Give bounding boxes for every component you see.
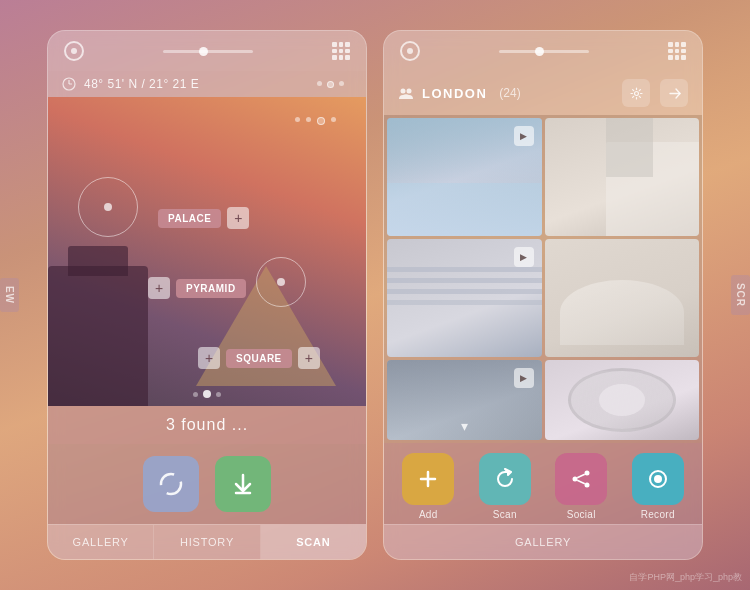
building-silhouette bbox=[48, 266, 148, 406]
scan-label: Scan bbox=[493, 509, 517, 520]
right-nav-gallery[interactable]: GALLERY bbox=[384, 525, 702, 559]
grid-icon[interactable] bbox=[332, 42, 350, 60]
brightness-slider[interactable] bbox=[163, 50, 253, 53]
right-slider-thumb bbox=[535, 47, 544, 56]
page-dot-2[interactable] bbox=[203, 390, 211, 398]
right-target-icon[interactable] bbox=[400, 41, 420, 61]
grid-dot bbox=[332, 55, 337, 60]
share-icon bbox=[668, 87, 681, 100]
download-button[interactable] bbox=[215, 456, 271, 512]
social-button[interactable] bbox=[555, 453, 607, 505]
svg-point-7 bbox=[634, 91, 638, 95]
left-bottom-nav: GALLERY HISTORY SCAN bbox=[48, 524, 366, 559]
tag-palace[interactable]: PALACE bbox=[158, 209, 221, 228]
grid-dot bbox=[332, 42, 337, 47]
grid-dot bbox=[339, 49, 344, 54]
settings-button[interactable] bbox=[622, 79, 650, 107]
tag-square-add-left[interactable]: + bbox=[198, 347, 220, 369]
grid-dot bbox=[681, 42, 686, 47]
photo-grid: ▶ ▶ bbox=[384, 115, 702, 443]
gps-dots bbox=[317, 81, 344, 88]
gps-dot-3 bbox=[339, 81, 344, 86]
right-action-area: Add Scan bbox=[384, 443, 702, 524]
tag-pyramid-row: + PYRAMID bbox=[148, 277, 246, 299]
watermark: 自学PHP网_php学习_php教 bbox=[629, 571, 742, 584]
london-bar: LONDON (24) bbox=[384, 71, 702, 115]
slider-thumb bbox=[199, 47, 208, 56]
svg-line-15 bbox=[577, 480, 585, 484]
svg-point-12 bbox=[585, 483, 590, 488]
nav-history[interactable]: HISTORY bbox=[154, 525, 260, 559]
tag-square-add-right[interactable]: + bbox=[298, 347, 320, 369]
scan-button[interactable] bbox=[479, 453, 531, 505]
scatter-dot-2 bbox=[306, 117, 311, 122]
circle-dot-1 bbox=[104, 203, 112, 211]
location-circle-1[interactable] bbox=[78, 177, 138, 237]
clock-icon bbox=[62, 77, 76, 91]
tag-pyramid-add-left[interactable]: + bbox=[148, 277, 170, 299]
grid-dot bbox=[345, 49, 350, 54]
grid-dot bbox=[668, 55, 673, 60]
social-action: Social bbox=[547, 453, 616, 520]
add-action: Add bbox=[394, 453, 463, 520]
found-text: 3 found ... bbox=[166, 416, 248, 433]
spinner-button[interactable] bbox=[143, 456, 199, 512]
add-button[interactable] bbox=[402, 453, 454, 505]
people-icon bbox=[398, 87, 414, 99]
photo-cell-2[interactable] bbox=[545, 118, 700, 236]
add-label: Add bbox=[419, 509, 438, 520]
left-top-bar bbox=[48, 31, 366, 71]
right-top-bar-left bbox=[400, 41, 420, 61]
svg-line-14 bbox=[577, 474, 585, 478]
target-icon-inner bbox=[71, 48, 77, 54]
play-button-3[interactable]: ▶ bbox=[514, 247, 534, 267]
gps-coordinates: 48° 51' N / 21° 21 E bbox=[84, 77, 199, 91]
photo-cell-5[interactable]: ▶ ▾ bbox=[387, 360, 542, 440]
tag-square[interactable]: SQUARE bbox=[226, 349, 292, 368]
tag-palace-row: PALACE + bbox=[158, 207, 249, 229]
share-button[interactable] bbox=[660, 79, 688, 107]
scatter-dot-1 bbox=[295, 117, 300, 122]
right-target-icon-inner bbox=[407, 48, 413, 54]
tag-pyramid[interactable]: PYRAMID bbox=[176, 279, 246, 298]
grid-dot bbox=[345, 55, 350, 60]
target-icon[interactable] bbox=[64, 41, 84, 61]
found-bar: 3 found ... bbox=[48, 406, 366, 444]
plus-icon bbox=[417, 468, 439, 490]
play-button-5[interactable]: ▶ bbox=[514, 368, 534, 388]
grid-dot bbox=[339, 42, 344, 47]
gps-dot-1 bbox=[317, 81, 322, 86]
svg-point-5 bbox=[401, 89, 406, 94]
grid-dot bbox=[675, 55, 680, 60]
grid-dot bbox=[675, 49, 680, 54]
page-dot-3[interactable] bbox=[216, 392, 221, 397]
record-button[interactable] bbox=[632, 453, 684, 505]
svg-point-17 bbox=[654, 475, 662, 483]
photo-cell-4[interactable] bbox=[545, 239, 700, 357]
gps-bar: 48° 51' N / 21° 21 E bbox=[48, 71, 366, 97]
tag-square-row: + SQUARE + bbox=[198, 347, 320, 369]
download-icon bbox=[230, 471, 256, 497]
page-dot-1[interactable] bbox=[193, 392, 198, 397]
right-bottom-nav: GALLERY bbox=[384, 524, 702, 559]
nav-gallery[interactable]: GALLERY bbox=[48, 525, 154, 559]
scatter-dots bbox=[295, 117, 336, 125]
scatter-dot-4 bbox=[331, 117, 336, 122]
play-button-1[interactable]: ▶ bbox=[514, 126, 534, 146]
tag-palace-add[interactable]: + bbox=[227, 207, 249, 229]
location-circle-2[interactable] bbox=[256, 257, 306, 307]
right-brightness-slider[interactable] bbox=[499, 50, 589, 53]
grid-dot bbox=[675, 42, 680, 47]
svg-point-6 bbox=[407, 89, 412, 94]
nav-scan[interactable]: SCAN bbox=[261, 525, 366, 559]
dropdown-arrow[interactable]: ▾ bbox=[461, 418, 468, 434]
london-title: LONDON bbox=[422, 86, 487, 101]
photo-cell-1[interactable]: ▶ bbox=[387, 118, 542, 236]
photo-cell-6[interactable] bbox=[545, 360, 700, 440]
photo-cell-3[interactable]: ▶ bbox=[387, 239, 542, 357]
main-container: EW bbox=[0, 0, 750, 590]
right-grid-icon[interactable] bbox=[668, 42, 686, 60]
record-icon bbox=[647, 468, 669, 490]
social-label: Social bbox=[567, 509, 596, 520]
svg-point-11 bbox=[585, 471, 590, 476]
